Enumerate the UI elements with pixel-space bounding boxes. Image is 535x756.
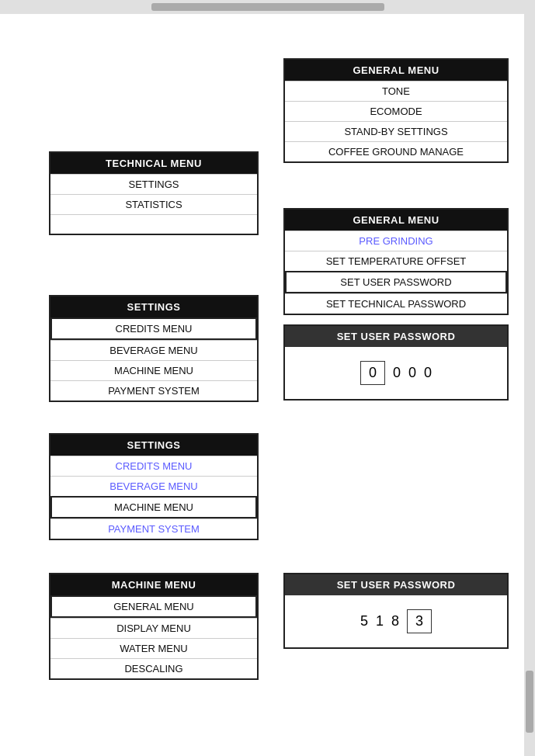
digit-1-1: 0 xyxy=(393,365,401,381)
digit-1-2: 0 xyxy=(408,365,416,381)
digit-2-3[interactable]: 3 xyxy=(407,609,432,633)
display-menu-item[interactable]: DISPLAY MENU xyxy=(50,618,257,638)
coffee-ground-item[interactable]: COFFEE GROUND MANAGE xyxy=(285,141,507,161)
scrollbar-thumb xyxy=(151,3,384,11)
machine-menu-item-2[interactable]: MACHINE MENU xyxy=(50,496,257,518)
general-menu-item[interactable]: GENERAL MENU xyxy=(50,595,257,618)
general-menu-1: GENERAL MENU TONE ECOMODE STAND-BY SETTI… xyxy=(283,58,509,163)
general-menu-2-title: GENERAL MENU xyxy=(285,210,507,231)
digit-2-0: 5 xyxy=(360,613,368,629)
password-digits-2: 5 1 8 3 xyxy=(285,595,507,647)
standby-item[interactable]: STAND-BY SETTINGS xyxy=(285,121,507,141)
settings-menu-1-title: SETTINGS xyxy=(50,297,257,317)
machine-menu: MACHINE MENU GENERAL MENU DISPLAY MENU W… xyxy=(49,573,259,680)
right-scrollbar[interactable] xyxy=(524,0,535,756)
password-box-2: SET USER PASSWORD 5 1 8 3 xyxy=(283,573,509,649)
settings-item-1[interactable]: SETTINGS xyxy=(50,174,257,194)
water-menu-item[interactable]: WATER MENU xyxy=(50,638,257,658)
set-user-password-item[interactable]: SET USER PASSWORD xyxy=(285,271,507,293)
settings-menu-1: SETTINGS CREDITS MENU BEVERAGE MENU MACH… xyxy=(49,295,259,402)
digit-2-1: 1 xyxy=(376,613,384,629)
machine-menu-item-1[interactable]: MACHINE MENU xyxy=(50,360,257,380)
credits-menu-item-2[interactable]: CREDITS MENU xyxy=(50,456,257,476)
beverage-menu-item-1[interactable]: BEVERAGE MENU xyxy=(50,340,257,360)
digit-1-0[interactable]: 0 xyxy=(360,361,385,385)
right-scrollbar-thumb xyxy=(526,671,533,733)
pre-grinding-item[interactable]: PRE GRINDING xyxy=(285,231,507,251)
payment-system-item-1[interactable]: PAYMENT SYSTEM xyxy=(50,380,257,401)
payment-system-item-2[interactable]: PAYMENT SYSTEM xyxy=(50,518,257,539)
digit-2-2: 8 xyxy=(391,613,399,629)
credits-menu-item-1[interactable]: CREDITS MENU xyxy=(50,317,257,340)
set-technical-password-item[interactable]: SET TECHNICAL PASSWORD xyxy=(285,293,507,314)
password-box-1-title: SET USER PASSWORD xyxy=(285,326,507,347)
top-scrollbar[interactable] xyxy=(0,0,535,14)
password-box-1: SET USER PASSWORD 0 0 0 0 xyxy=(283,324,509,401)
general-menu-1-title: GENERAL MENU xyxy=(285,60,507,81)
descaling-item[interactable]: DESCALING xyxy=(50,658,257,678)
ecomode-item[interactable]: ECOMODE xyxy=(285,101,507,121)
password-box-2-title: SET USER PASSWORD xyxy=(285,574,507,595)
technical-menu-empty xyxy=(50,214,257,234)
password-digits-1: 0 0 0 0 xyxy=(285,347,507,399)
set-temp-offset-item[interactable]: SET TEMPERATURE OFFSET xyxy=(285,251,507,271)
settings-menu-2: SETTINGS CREDITS MENU BEVERAGE MENU MACH… xyxy=(49,433,259,540)
tone-item[interactable]: TONE xyxy=(285,81,507,101)
settings-menu-2-title: SETTINGS xyxy=(50,435,257,456)
digit-1-3: 0 xyxy=(424,365,432,381)
beverage-menu-item-2[interactable]: BEVERAGE MENU xyxy=(50,476,257,496)
statistics-item[interactable]: STATISTICS xyxy=(50,194,257,214)
technical-menu: TECHNICAL MENU SETTINGS STATISTICS xyxy=(49,151,259,235)
general-menu-2: GENERAL MENU PRE GRINDING SET TEMPERATUR… xyxy=(283,208,509,315)
machine-menu-title: MACHINE MENU xyxy=(50,574,257,595)
technical-menu-title: TECHNICAL MENU xyxy=(50,153,257,174)
